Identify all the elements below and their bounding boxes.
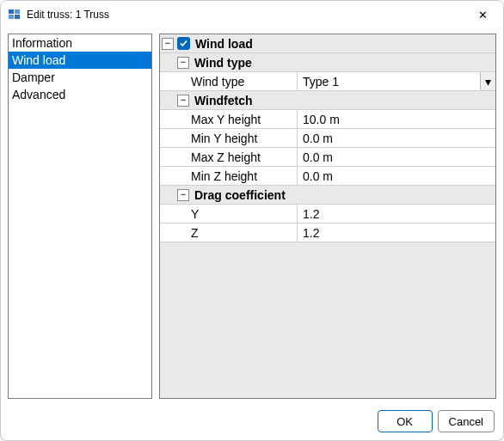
prop-value[interactable]: 1.2 [303, 226, 319, 240]
prop-row-drag-y[interactable]: Y 1.2 [160, 205, 495, 224]
prop-name: Max Z height [160, 150, 261, 164]
svg-rect-3 [15, 15, 20, 19]
ok-button[interactable]: OK [378, 410, 433, 432]
dropdown-value: Type 1 [303, 75, 339, 89]
collapse-icon[interactable]: − [177, 57, 189, 69]
prop-value[interactable]: 10.0 m [303, 113, 340, 126]
section-header-wind-load[interactable]: − Wind load [160, 34, 495, 53]
svg-rect-2 [9, 15, 14, 19]
svg-rect-0 [9, 9, 14, 14]
prop-value[interactable]: 0.0 m [303, 150, 333, 164]
close-button[interactable]: ✕ [464, 2, 501, 28]
prop-row-max-y[interactable]: Max Y height 10.0 m [160, 110, 495, 129]
collapse-icon[interactable]: − [162, 38, 174, 50]
prop-value[interactable]: 1.2 [303, 207, 319, 221]
prop-value[interactable]: 0.0 m [303, 169, 333, 183]
group-header-wind-type[interactable]: − Wind type [160, 53, 495, 72]
prop-name: Z [160, 226, 199, 240]
chevron-down-icon: ▾ [485, 75, 491, 89]
sidebar-item-advanced[interactable]: Advanced [9, 86, 151, 103]
prop-name: Y [160, 207, 199, 221]
prop-value-wind-type[interactable]: Type 1 ▾ [298, 72, 495, 90]
prop-name: Max Y height [160, 113, 261, 126]
prop-name: Wind type [160, 75, 244, 89]
prop-row-wind-type[interactable]: Wind type Type 1 ▾ [160, 72, 495, 91]
sidebar: Information Wind load Damper Advanced [8, 34, 152, 399]
collapse-icon[interactable]: − [177, 95, 189, 107]
svg-rect-1 [15, 9, 20, 14]
group-header-windfetch[interactable]: − Windfetch [160, 91, 495, 110]
property-grid: − Wind load − Wind type Wind type Type 1… [159, 34, 496, 399]
prop-row-min-z[interactable]: Min Z height 0.0 m [160, 167, 495, 186]
section-label: Wind load [194, 37, 495, 51]
wind-load-checkbox[interactable] [177, 37, 190, 50]
close-icon: ✕ [478, 9, 488, 21]
prop-row-min-y[interactable]: Min Y height 0.0 m [160, 129, 495, 148]
content-area: Information Wind load Damper Advanced − … [1, 28, 503, 402]
window-title: Edit truss: 1 Truss [27, 9, 464, 21]
sidebar-item-damper[interactable]: Damper [9, 69, 151, 86]
group-label: Drag coefficient [193, 188, 495, 202]
app-icon [8, 8, 22, 21]
prop-name: Min Y height [160, 132, 257, 145]
collapse-icon[interactable]: − [177, 189, 189, 201]
sidebar-item-wind-load[interactable]: Wind load [9, 52, 151, 69]
prop-row-drag-z[interactable]: Z 1.2 [160, 224, 495, 242]
group-label: Windfetch [193, 94, 495, 107]
dialog-footer: OK Cancel [1, 402, 503, 440]
prop-value[interactable]: 0.0 m [303, 132, 333, 145]
cancel-button[interactable]: Cancel [438, 410, 495, 432]
sidebar-item-information[interactable]: Information [9, 34, 151, 52]
prop-row-max-z[interactable]: Max Z height 0.0 m [160, 148, 495, 167]
dialog-window: Edit truss: 1 Truss ✕ Information Wind l… [0, 0, 504, 441]
titlebar: Edit truss: 1 Truss ✕ [1, 1, 503, 28]
prop-name: Min Z height [160, 169, 257, 183]
group-header-drag-coefficient[interactable]: − Drag coefficient [160, 186, 495, 205]
group-label: Wind type [193, 56, 495, 70]
dropdown-button[interactable]: ▾ [480, 72, 495, 90]
